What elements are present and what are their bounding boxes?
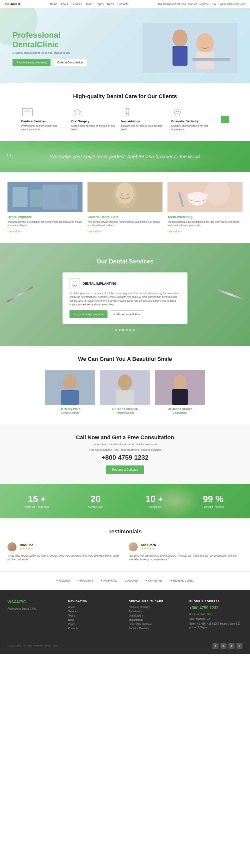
nav-pages[interactable]: Pages [96, 2, 104, 5]
footer-dental-col: DENTAL HEALTHCARE Cosmetic Dentistry End… [129, 600, 182, 631]
hero-title-line2: Dental [12, 40, 37, 49]
logo-brand: SANTIC [8, 2, 21, 6]
footer-nav-services[interactable]: Services [68, 610, 121, 613]
footer-tagline: Professional Dental Clinic [7, 607, 61, 611]
dental-card-implants: Dental Implants Implants provide a found… [7, 182, 83, 233]
hero-image [142, 23, 238, 73]
footer-dental-oral[interactable]: Oral Surgery [129, 614, 182, 617]
implants-learn-more[interactable]: Learn More [7, 230, 22, 233]
partner-dentalclinic[interactable]: ⊕ DENTAL CLINIC [170, 579, 194, 582]
footer-phone-number[interactable]: +800 4759 1232 [190, 606, 243, 610]
svg-point-17 [178, 111, 179, 112]
footer-dental-implant[interactable]: Implantology [129, 619, 182, 621]
cta-phone-number[interactable]: +800 4759 1232 [7, 454, 243, 462]
service-appointment-button[interactable]: Request an Appointment [70, 310, 108, 318]
svg-point-26 [121, 193, 123, 196]
hero-text: Professional DentalClinic Qualified dent… [12, 30, 142, 66]
footer-brand-col: WSANTIC Professional Dental Clinic [7, 600, 61, 631]
service-desc-denture: Professional denture design and cleaning… [21, 124, 66, 131]
hero-section: Professional DentalClinic Qualified dent… [0, 8, 250, 83]
footer-bottom: © 2021 Santic. All Rights Reserved. Priv… [7, 639, 243, 649]
nav-contacts[interactable]: Contacts [117, 2, 128, 5]
stats-image-overlay [150, 484, 200, 518]
nav-phone[interactable]: +800 4759 1232 [227, 3, 245, 5]
nav-logo[interactable]: WSANTIC [5, 2, 21, 6]
footer-logo-letter: W [7, 600, 11, 604]
nav-about[interactable]: About [61, 2, 68, 5]
social-twitter[interactable]: t [228, 643, 234, 649]
carousel-dot-2[interactable] [119, 329, 121, 331]
service-consultation-button[interactable]: Order a Consultation [110, 310, 144, 318]
service-name-oral: Oral Surgery [71, 120, 116, 123]
nav-news[interactable]: News [107, 2, 114, 5]
services-section: High-quality Dental Care for Our Clients… [0, 83, 250, 141]
whitening-card-image [167, 182, 243, 212]
carousel-dot-1[interactable] [115, 329, 117, 331]
dental-card-whitening: Teeth Whitening Teeth bleaching & teeth … [167, 182, 243, 233]
donna-photo [155, 370, 205, 405]
services-next-arrow[interactable]: › [221, 116, 229, 123]
svg-point-1 [172, 29, 188, 47]
carousel-dot-5[interactable] [129, 329, 131, 331]
nav-team[interactable]: Team [85, 2, 92, 5]
general-card-title: General Dental Care [87, 215, 163, 219]
whitening-card-title: Teeth Whitening [167, 215, 243, 219]
footer-nav-teams[interactable]: Teams [68, 614, 121, 617]
service-name-denture: Denture Services [21, 120, 66, 123]
testimonial-2-header: Ana Green ★★★★★ [129, 542, 243, 551]
carousel-dot-6[interactable] [133, 329, 135, 331]
footer-dental-pediatric[interactable]: Pediatric Dentistry [129, 627, 182, 630]
footer-nav-contacts[interactable]: Contacts [68, 627, 121, 630]
carousel-dots [7, 329, 243, 331]
hero-consultation-button[interactable]: Order a Consultation [53, 59, 87, 66]
footer-dental-endo[interactable]: Endodontics [129, 610, 182, 613]
hero-subtitle: Qualified dental caring for all your den… [12, 51, 142, 54]
social-linkedin[interactable]: in [221, 643, 226, 649]
services-grid: Denture Services Professional denture de… [7, 107, 243, 131]
service-card-buttons: Request an Appointment Order a Consultat… [70, 310, 180, 318]
footer-dental-general[interactable]: General Dental Care [129, 623, 182, 625]
svg-rect-0 [142, 23, 238, 73]
footer-nav-news[interactable]: News [68, 619, 121, 621]
stat-awards: 20 Awards Won [66, 494, 125, 508]
carousel-dot-4[interactable] [126, 329, 128, 331]
service-item-implant: Implantology Replace one or more of your… [121, 107, 166, 131]
partner-dentalplus[interactable]: ⊕ DentalPlus [145, 579, 163, 582]
svg-point-25 [116, 183, 134, 204]
partner-medina[interactable]: ⊕ MEDINA [56, 579, 70, 582]
footer-nav-pages[interactable]: Pages [68, 623, 121, 625]
service-item-denture: Denture Services Professional denture de… [21, 107, 66, 131]
henry-photo [45, 370, 95, 405]
cta-title: Call Now and Get a Free Consultation [7, 434, 243, 441]
social-facebook[interactable]: f [213, 643, 219, 649]
social-icons: f in t g [213, 643, 243, 649]
stat-awards-label: Awards Won [66, 505, 125, 508]
hero-buttons: Request an Appointment Order a Consultat… [12, 59, 142, 66]
testimonial-1-avatar [7, 542, 17, 551]
footer-address-1: 387a Harrison Street, [190, 612, 243, 616]
service-item-oral: Oral Surgery Correct imperfections on th… [71, 107, 116, 131]
svg-rect-33 [61, 390, 79, 405]
team-member-todd: Dr.Todd Campbell Pediatric Dentist [100, 370, 150, 414]
service-card-container: DENTAL IMPLANTING Dental implants are a … [7, 273, 243, 324]
footer-logo: WSANTIC [7, 600, 61, 604]
whitening-learn-more[interactable]: Learn More [167, 230, 182, 233]
dental-services-title: Our Dental Services [7, 258, 243, 265]
testimonials-section: Testimonials Jhon Doe ★★★★★ "I was quite… [0, 518, 250, 571]
nav-home[interactable]: Home [50, 2, 57, 5]
cta-callback-button[interactable]: Request a Callback [106, 465, 144, 474]
partner-medclinic[interactable]: + MedClinic [78, 579, 93, 582]
social-google[interactable]: g [237, 643, 243, 649]
hero-appointment-button[interactable]: Request an Appointment [12, 59, 51, 66]
footer-nav-about[interactable]: About [68, 606, 121, 609]
hero-title-line1: Professional [12, 30, 60, 39]
carousel-dot-3[interactable] [122, 329, 124, 331]
general-learn-more[interactable]: Learn More [87, 230, 102, 233]
partner-diamond[interactable]: DIAMOND [124, 579, 138, 582]
nav-services[interactable]: Services [72, 2, 82, 5]
nav-links: Home About Services Team Pages News Cont… [50, 2, 128, 5]
partner-hospital[interactable]: ✦ HOSPITAL [101, 579, 117, 582]
denture-icon [21, 107, 34, 117]
tooth-icon [71, 280, 78, 287]
footer-dental-cosmetic[interactable]: Cosmetic Dentistry [129, 606, 182, 609]
